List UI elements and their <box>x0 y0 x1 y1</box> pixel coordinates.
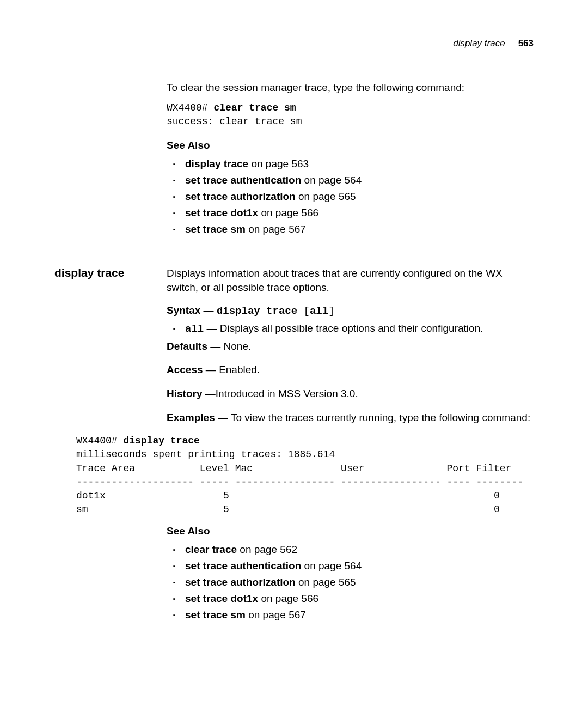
output-line: sm 5 0 <box>76 504 500 515</box>
see-also-item: set trace authentication on page 564 <box>173 174 534 186</box>
see-also-item: set trace sm on page 567 <box>173 223 534 235</box>
output-line: dot1x 5 0 <box>76 490 500 501</box>
prompt: WX4400# <box>76 435 123 446</box>
intro-text: To clear the session manager trace, type… <box>167 82 534 94</box>
see-also-item: set trace dot1x on page 566 <box>173 593 534 605</box>
page-header: display trace563 <box>54 38 534 49</box>
output-line: Trace Area Level Mac User Port Filter <box>76 463 511 474</box>
see-also-item: set trace sm on page 567 <box>173 609 534 621</box>
syntax-line: Syntax — display trace [all] <box>167 305 534 317</box>
access-line: Access — Enabled. <box>167 363 534 377</box>
history-line: History —Introduced in MSS Version 3.0. <box>167 387 534 401</box>
output-line: milliseconds spent printing traces: 1885… <box>76 449 335 460</box>
examples-line: Examples — To view the traces currently … <box>167 411 534 425</box>
command-example-1: WX4400# clear trace sm success: clear tr… <box>167 101 534 129</box>
prompt: WX4400# <box>167 102 213 113</box>
defaults-line: Defaults — None. <box>167 339 534 354</box>
divider <box>54 253 534 253</box>
see-also-item: set trace dot1x on page 566 <box>173 207 534 219</box>
command-text: clear trace sm <box>213 102 296 113</box>
output-line: -------------------- ----- -------------… <box>76 477 523 488</box>
see-also-list-1: display trace on page 563 set trace auth… <box>167 158 534 235</box>
see-also-item: set trace authorization on page 565 <box>173 191 534 203</box>
see-also-list-2: clear trace on page 562 set trace authen… <box>167 544 534 621</box>
section-title: display trace <box>54 266 167 279</box>
see-also-heading-2: See Also <box>167 525 534 537</box>
example-output-block: WX4400# display trace milliseconds spent… <box>76 434 534 516</box>
header-title: display trace <box>453 38 505 48</box>
see-also-heading-1: See Also <box>167 139 534 151</box>
see-also-item: display trace on page 563 <box>173 158 534 170</box>
section-display-trace: display trace Displays information about… <box>54 266 534 434</box>
header-page-number: 563 <box>518 38 534 48</box>
see-also-item: clear trace on page 562 <box>173 544 534 556</box>
param-all: all — Displays all possible trace option… <box>173 322 534 335</box>
section-description: Displays information about traces that a… <box>167 266 534 294</box>
see-also-item: set trace authorization on page 565 <box>173 576 534 588</box>
command-output: success: clear trace sm <box>167 116 302 127</box>
syntax-params: all — Displays all possible trace option… <box>167 322 534 335</box>
see-also-item: set trace authentication on page 564 <box>173 560 534 572</box>
command-text: display trace <box>123 435 199 446</box>
